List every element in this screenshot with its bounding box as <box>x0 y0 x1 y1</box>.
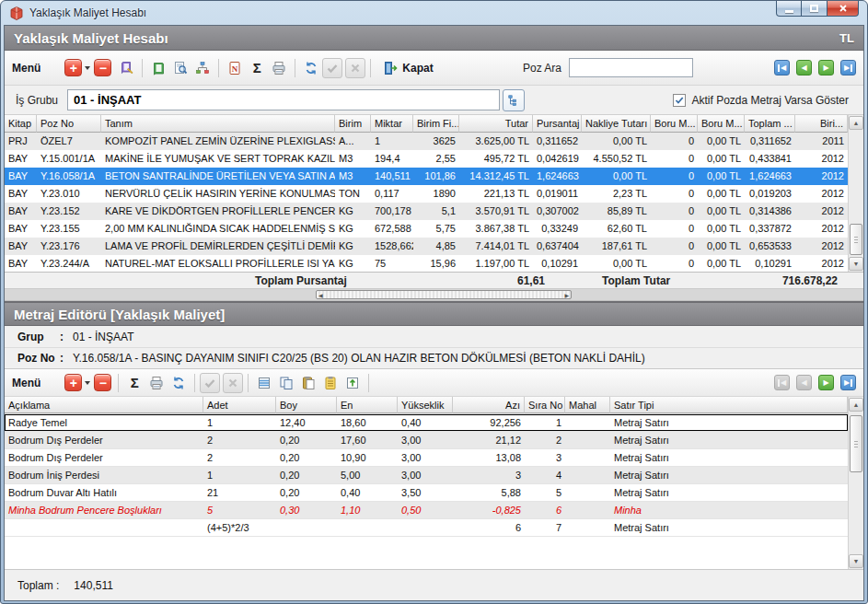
cell[interactable] <box>5 519 203 536</box>
cell[interactable]: 1,10 <box>337 502 398 518</box>
cell[interactable]: KARE VE DİKDÖRTGEN PROFİLLERLE PENCERE V… <box>101 203 335 220</box>
add-row-button[interactable]: + <box>64 374 94 391</box>
cell[interactable]: 2012 <box>795 255 848 273</box>
cell[interactable]: 2012 <box>795 168 848 185</box>
cell[interactable]: 0 <box>651 238 698 255</box>
column-header[interactable]: Boy <box>276 397 337 413</box>
copy-button[interactable] <box>275 372 297 394</box>
cell[interactable]: 85,89 TL <box>582 203 651 220</box>
cell[interactable]: Bodrum Duvar Altı Hatılı <box>5 484 203 501</box>
cell[interactable] <box>565 467 610 483</box>
refresh-button[interactable] <box>168 372 190 394</box>
cell[interactable] <box>565 484 610 501</box>
cell[interactable]: 0,00 TL <box>582 255 651 273</box>
cell[interactable]: Metraj Satırı <box>610 484 848 501</box>
column-header[interactable]: Toplam ... <box>745 115 795 133</box>
cell[interactable]: 13,08 <box>453 449 525 466</box>
cell[interactable]: 21 <box>203 484 276 501</box>
cell[interactable]: 0,00 TL <box>582 133 651 150</box>
cell[interactable]: 0,00 TL <box>698 203 745 220</box>
column-header[interactable]: Poz No <box>37 115 101 133</box>
insert-row-button[interactable] <box>253 372 275 394</box>
cell[interactable]: 4,85 <box>413 238 459 255</box>
cell[interactable]: 14.312,45 TL <box>459 168 533 185</box>
cell[interactable]: BAY <box>5 238 37 255</box>
cell[interactable]: BAY <box>5 185 37 203</box>
column-header[interactable]: Yükseklik <box>398 397 453 413</box>
scroll-thumb[interactable] <box>850 224 862 255</box>
cell[interactable]: Y.16.058/1A <box>37 168 101 185</box>
cell[interactable]: 0,042619 <box>533 150 582 168</box>
cell[interactable]: 5,1 <box>413 203 459 220</box>
sum-button[interactable]: Σ <box>246 57 268 79</box>
cell[interactable]: Y.23.244/A <box>37 255 101 273</box>
cell[interactable]: 0,653533 <box>745 238 795 255</box>
refresh-button[interactable] <box>300 57 322 79</box>
cell[interactable]: 1,624663 <box>745 168 795 185</box>
cell[interactable] <box>565 502 610 518</box>
cell[interactable]: 0 <box>651 220 698 238</box>
cell[interactable]: 3,00 <box>398 432 453 448</box>
cell[interactable]: Radye Temel <box>5 414 203 431</box>
print-button[interactable] <box>268 57 290 79</box>
cell[interactable]: 0,117 <box>371 185 413 203</box>
cell[interactable]: 3,00 <box>398 467 453 483</box>
cell[interactable]: 0,019011 <box>533 185 582 203</box>
cell[interactable]: 0,40 <box>337 484 398 501</box>
cell[interactable] <box>565 519 610 536</box>
cell[interactable]: 3.867,38 TL <box>459 220 533 238</box>
cell[interactable]: 0 <box>651 255 698 273</box>
cell[interactable]: 4.550,52 TL <box>582 150 651 168</box>
cell[interactable]: 0,00 TL <box>698 168 745 185</box>
cell[interactable]: 2 <box>203 449 276 466</box>
cell[interactable]: Bodrum Dış Perdeler <box>5 449 203 466</box>
cell[interactable]: KG <box>335 220 371 238</box>
cell[interactable]: 1,624663 <box>533 168 582 185</box>
export-button[interactable] <box>341 372 364 394</box>
menu-label[interactable]: Menü <box>12 62 41 75</box>
cell[interactable]: Y.23.010 <box>37 185 101 203</box>
cell[interactable]: 0,637404 <box>533 238 582 255</box>
nav-next-button[interactable]: ▶ <box>818 375 834 390</box>
search-poz-button[interactable] <box>169 57 191 79</box>
delete-button[interactable]: − <box>94 59 111 76</box>
cell[interactable]: 0,10291 <box>533 255 582 273</box>
nav-next-button[interactable]: ▶ <box>818 60 834 76</box>
cell[interactable]: 3 <box>453 467 525 483</box>
column-header[interactable]: Pursantaj <box>533 115 582 133</box>
cell[interactable]: Y.15.001/1A <box>37 150 101 168</box>
cell[interactable]: 2012 <box>795 220 848 238</box>
cell[interactable]: 0,10291 <box>745 255 795 273</box>
cell[interactable] <box>276 519 337 536</box>
close-button[interactable] <box>827 1 859 17</box>
table-row[interactable]: Bodrum İniş Perdesi10,205,003,0034Metraj… <box>5 467 848 484</box>
cell[interactable]: M3 <box>335 168 371 185</box>
cell[interactable]: 3,50 <box>398 484 453 501</box>
cell[interactable]: 2012 <box>795 238 848 255</box>
cell[interactable]: 5,75 <box>413 220 459 238</box>
cell[interactable]: 5,00 <box>337 467 398 483</box>
cell[interactable]: 21,12 <box>453 432 525 448</box>
cell[interactable]: 0,00 TL <box>698 255 745 273</box>
clipboard-button[interactable] <box>319 372 341 394</box>
column-header[interactable]: Adet <box>203 397 276 413</box>
scroll-down-button[interactable]: ▼ <box>849 554 863 568</box>
cell[interactable]: TON <box>335 185 371 203</box>
cell[interactable]: 0,20 <box>276 432 337 448</box>
cancel-button[interactable] <box>223 373 243 393</box>
cell[interactable]: 495,72 TL <box>459 150 533 168</box>
cell[interactable]: 101,86 <box>413 168 459 185</box>
nav-first-button[interactable]: ◀ <box>774 375 790 390</box>
cell[interactable]: 17,60 <box>337 432 398 448</box>
apply-button[interactable] <box>322 58 342 78</box>
cell[interactable]: Y.23.152 <box>37 203 101 220</box>
cell[interactable]: 187,61 TL <box>582 238 651 255</box>
cell[interactable]: 0,314386 <box>745 203 795 220</box>
cell[interactable]: 3625 <box>413 133 459 150</box>
cell[interactable]: 0,00 TL <box>698 185 745 203</box>
cell[interactable]: 0,307002 <box>533 203 582 220</box>
cell[interactable]: 0,311652 <box>533 133 582 150</box>
cell[interactable]: Metraj Satırı <box>610 467 848 483</box>
cell[interactable]: 10,90 <box>337 449 398 466</box>
cell[interactable]: BAY <box>5 150 37 168</box>
